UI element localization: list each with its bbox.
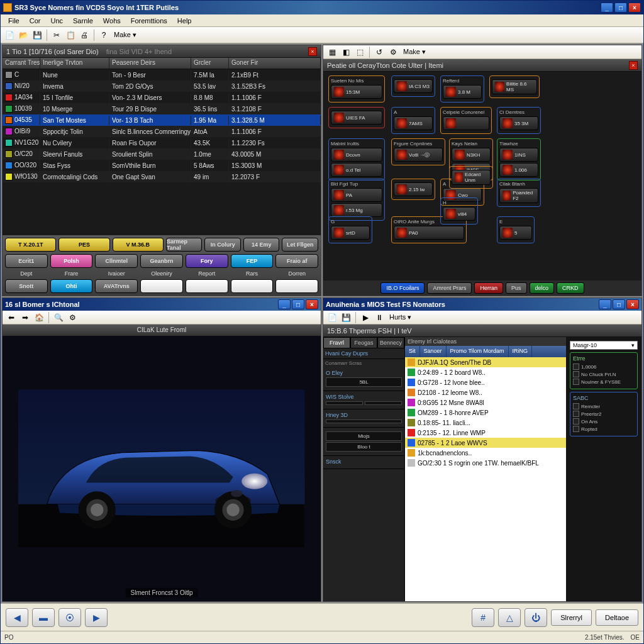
action-button[interactable] [140, 279, 183, 293]
action-button[interactable]: FEP [231, 254, 274, 268]
diagram-node[interactable]: 3.8 M [443, 85, 482, 99]
checkbox[interactable] [573, 426, 579, 432]
action-button[interactable]: Ecrit1 [5, 254, 48, 268]
tool-save-icon[interactable]: 💾 [31, 29, 43, 42]
check-row[interactable]: Noulner & FYS8E [573, 379, 635, 385]
br-list-row[interactable]: 0:8G95 12 Msne 8WA8l [405, 397, 566, 408]
diagram-node-group[interactable]: Sueten No Mis15:3M [328, 75, 385, 103]
tl-column-header[interactable]: Goner Fir [229, 58, 321, 69]
action-button[interactable]: Polsh [50, 254, 93, 268]
table-row[interactable]: 1003910 MsergeTour 29 B Dispe36.5 lins3.… [3, 103, 321, 114]
diagram-node[interactable]: vIll4 [443, 207, 475, 221]
diagram-node[interactable]: UIES FA [331, 111, 382, 125]
diagram-node[interactable]: PA0 [394, 226, 464, 240]
diagram-node[interactable]: N3KH [452, 148, 491, 162]
menu-cor[interactable]: Cor [25, 16, 46, 26]
br-list-row[interactable]: OM289 - 1 8-honre AVEP [405, 408, 566, 418]
checkbox[interactable] [573, 371, 579, 377]
br-close-button[interactable]: × [626, 299, 639, 309]
br-module-cell[interactable] [326, 419, 402, 423]
tr-close-icon[interactable]: × [629, 61, 638, 70]
bl-tool-icon[interactable]: ⬅ [5, 311, 18, 324]
maximize-button[interactable]: □ [614, 3, 627, 13]
diagram-node[interactable]: Poanded F2 [499, 188, 538, 203]
diagram-node-group[interactable]: E5 [497, 216, 535, 243]
prev-button[interactable]: ◀ [6, 608, 28, 627]
tr-tool-icon[interactable]: ⬚ [353, 46, 366, 58]
diagram-node-group[interactable]: Bld Fgd TupPAr.53 Mg [328, 179, 385, 221]
menu-file[interactable]: File [3, 16, 25, 26]
pill-button[interactable]: V M.36.B [113, 238, 164, 252]
sherry-button[interactable]: Slrerryl [551, 609, 592, 626]
diagram-node-group[interactable]: GsrtD [328, 216, 372, 243]
action-button[interactable]: Fraio af [275, 254, 318, 268]
br-right-dropdown[interactable]: Masgr-10▾ [570, 341, 638, 350]
diagram-node-group[interactable]: HvIll4 [440, 197, 478, 225]
close-button[interactable]: × [628, 3, 641, 13]
table-row[interactable]: WfO130Cormotcalingi CodsOne Gapt Svan49 … [3, 171, 321, 182]
warn-button[interactable]: △ [498, 608, 521, 627]
br-list-row[interactable]: D2108 - 12 leome W8.. [405, 387, 566, 397]
action-button[interactable] [186, 279, 228, 293]
diagram-node[interactable]: 2.15 lw [394, 182, 433, 196]
br-list-row[interactable]: 0:G728 - 12 lvone blee.. [405, 377, 566, 387]
action-button[interactable] [275, 279, 318, 293]
br-left-tab[interactable]: Bennecy [377, 337, 404, 348]
br-minimize-button[interactable]: _ [599, 299, 611, 309]
diagram-node[interactable] [443, 116, 489, 130]
diagram-node-group[interactable]: Cllak BtanhPoanded F2 [497, 179, 541, 207]
tr-bottom-button[interactable]: Pus [506, 282, 527, 294]
diagram-node[interactable]: PA [331, 188, 382, 202]
br-module-cell[interactable] [326, 401, 363, 405]
diagram-node-group[interactable]: A7AMS [391, 107, 435, 134]
power-button[interactable]: ⏻ [525, 608, 547, 627]
tr-bottom-button[interactable]: Herran [474, 282, 503, 294]
br-tool-icon[interactable]: ▶ [359, 311, 372, 324]
diagram-node-group[interactable]: Celpeie Conorenel [440, 107, 492, 134]
tr-make-dropdown[interactable]: Make ▾ [401, 48, 428, 56]
br-list-row[interactable]: 0.18:85- 11. liacli... [405, 418, 566, 428]
br-maximize-button[interactable]: □ [613, 299, 625, 309]
br-list-row[interactable]: 0:2135 - 12. Linne WMP [405, 428, 566, 438]
tl-column-header[interactable]: Carrant Tres [3, 58, 40, 69]
bl-maximize-button[interactable]: □ [292, 299, 304, 309]
bl-tool-icon[interactable]: 🏠 [33, 311, 45, 324]
pill-button[interactable]: T X.20.1T [5, 238, 56, 252]
pill-button[interactable]: 14 Emy [243, 238, 280, 252]
check-row[interactable]: 1,0006 [573, 364, 635, 370]
br-center-tab[interactable]: Promo Tilom Mordam [447, 346, 509, 357]
diagram-node-group[interactable]: IA C3 M3 [391, 75, 435, 97]
action-button[interactable] [231, 279, 274, 293]
diagram-node[interactable]: 1INS [499, 148, 538, 162]
pill-button[interactable]: In Colury [204, 238, 241, 252]
br-list-row[interactable]: GO/2:30 1 S rogrin one 1TW. hemaelK/BFL [405, 458, 566, 468]
br-module-cell[interactable]: Bloo t [326, 442, 402, 452]
check-row[interactable]: Preerlsr2 [573, 411, 635, 417]
diagram-node-group[interactable]: Mabinl IroltisDcovno.d Tel [328, 138, 385, 180]
diagram-node[interactable]: 1.006 [499, 163, 538, 177]
table-row[interactable]: O/C20Sleervi FanulsSroulient Splin1.0me4… [3, 148, 321, 160]
br-tool-icon[interactable]: 💾 [340, 311, 352, 324]
action-button[interactable]: Ohti [50, 279, 93, 293]
table-row[interactable]: OO/320Stas FyssSomVthile Burn5 8Aws1S.30… [3, 160, 321, 171]
tool-print-icon[interactable]: 🖨 [78, 29, 91, 42]
br-center-tab[interactable]: IRiNG [509, 346, 533, 357]
diagram-node[interactable]: 5 [499, 226, 532, 240]
br-hunts-dropdown[interactable]: Hurts ▾ [387, 313, 414, 321]
table-row[interactable]: 04535San Tet MostesVor- 13 B Tach1.95 Ma… [3, 114, 321, 126]
menu-wohs[interactable]: Wohs [98, 16, 126, 26]
br-module-cell[interactable]: Miojs [326, 431, 402, 441]
diagram-node[interactable]: Edcard Unm [452, 170, 491, 185]
diagram-node-group[interactable]: Frgure CnpniinesVotll →⓪ [391, 138, 445, 165]
br-list-row[interactable]: DJFJ/A.1Q Sonen/The DB [405, 357, 566, 367]
br-list-row[interactable]: 1k:bcnadnenclons.. [405, 448, 566, 458]
checkbox[interactable] [573, 411, 579, 417]
br-center-tab[interactable]: Sanoer [420, 346, 447, 357]
action-button[interactable]: Snott [5, 279, 48, 293]
make-dropdown[interactable]: Make ▾ [111, 31, 139, 39]
menu-foremttions[interactable]: Foremttions [126, 16, 172, 26]
diagram-node[interactable]: o.d Tel [331, 163, 382, 177]
br-left-tab[interactable]: Fravrl [323, 337, 350, 348]
check-row[interactable]: On Ans [573, 418, 635, 425]
action-button[interactable]: Geanbrn [140, 254, 183, 268]
